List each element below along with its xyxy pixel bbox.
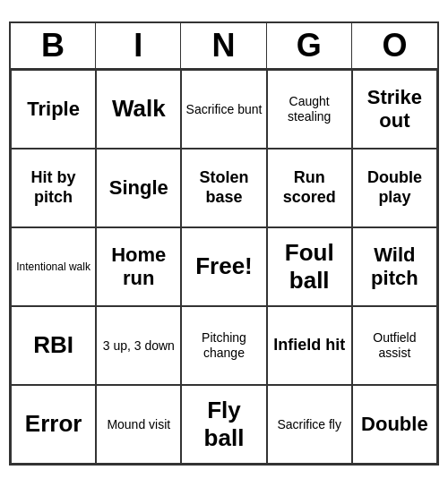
bingo-card: BINGO TripleWalkSacrifice buntCaught ste…: [9, 21, 439, 466]
bingo-header-letter: G: [267, 23, 352, 68]
bingo-cell-11[interactable]: Home run: [96, 227, 181, 306]
bingo-cell-17[interactable]: Pitching change: [181, 306, 266, 385]
bingo-cell-18[interactable]: Infield hit: [267, 306, 352, 385]
bingo-cell-24[interactable]: Double: [352, 385, 437, 464]
bingo-header-letter: B: [11, 23, 96, 68]
bingo-cell-5[interactable]: Hit by pitch: [11, 149, 96, 227]
bingo-cell-10[interactable]: Intentional walk: [11, 227, 96, 306]
bingo-header-letter: I: [96, 23, 181, 68]
bingo-header: BINGO: [11, 23, 437, 70]
bingo-cell-2[interactable]: Sacrifice bunt: [181, 70, 266, 149]
bingo-cell-8[interactable]: Run scored: [267, 149, 352, 227]
bingo-cell-1[interactable]: Walk: [96, 70, 181, 149]
bingo-cell-7[interactable]: Stolen base: [181, 149, 266, 227]
bingo-cell-23[interactable]: Sacrifice fly: [267, 385, 352, 464]
bingo-cell-19[interactable]: Outfield assist: [352, 306, 437, 385]
bingo-cell-22[interactable]: Fly ball: [181, 385, 266, 464]
bingo-cell-0[interactable]: Triple: [11, 70, 96, 149]
bingo-cell-3[interactable]: Caught stealing: [267, 70, 352, 149]
bingo-cell-9[interactable]: Double play: [352, 149, 437, 227]
bingo-grid: TripleWalkSacrifice buntCaught stealingS…: [11, 70, 437, 464]
bingo-cell-6[interactable]: Single: [96, 149, 181, 227]
bingo-cell-4[interactable]: Strike out: [352, 70, 437, 149]
bingo-cell-12[interactable]: Free!: [181, 227, 266, 306]
bingo-header-letter: N: [181, 23, 266, 68]
bingo-cell-15[interactable]: RBI: [11, 306, 96, 385]
bingo-header-letter: O: [352, 23, 437, 68]
bingo-cell-13[interactable]: Foul ball: [267, 227, 352, 306]
bingo-cell-21[interactable]: Mound visit: [96, 385, 181, 464]
bingo-cell-16[interactable]: 3 up, 3 down: [96, 306, 181, 385]
bingo-cell-14[interactable]: Wild pitch: [352, 227, 437, 306]
bingo-cell-20[interactable]: Error: [11, 385, 96, 464]
